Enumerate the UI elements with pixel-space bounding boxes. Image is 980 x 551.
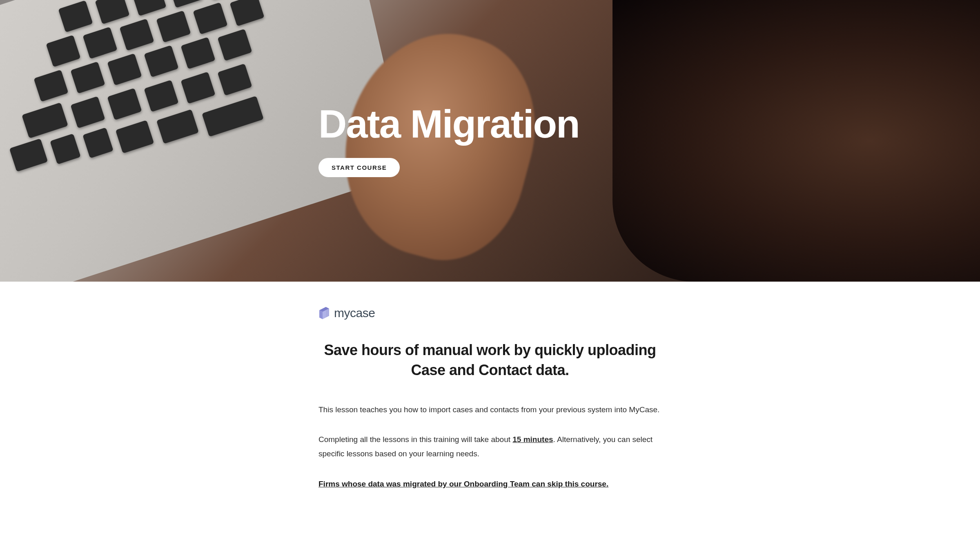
content-section: mycase Save hours of manual work by quic… <box>310 282 670 524</box>
duration-paragraph: Completing all the lessons in this train… <box>318 432 662 461</box>
page-title: Data Migration <box>318 104 662 144</box>
hero-content: Data Migration START COURSE <box>310 104 670 177</box>
duration-text-before: Completing all the lessons in this train… <box>318 435 512 444</box>
logo: mycase <box>318 306 662 320</box>
start-course-button[interactable]: START COURSE <box>318 158 400 177</box>
skip-notice: Firms whose data was migrated by our Onb… <box>318 477 662 491</box>
hero-section: Data Migration START COURSE <box>0 0 980 282</box>
logo-text: mycase <box>334 306 375 320</box>
duration-value: 15 minutes <box>512 435 553 444</box>
mycase-logo-icon <box>318 307 330 319</box>
content-subtitle: Save hours of manual work by quickly upl… <box>318 340 662 380</box>
intro-paragraph: This lesson teaches you how to import ca… <box>318 402 662 417</box>
